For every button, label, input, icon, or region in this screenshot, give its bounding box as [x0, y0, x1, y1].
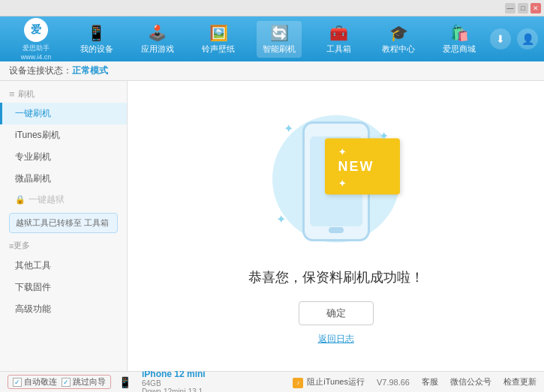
logo: 爱 爱思助手 www.i4.cn — [6, 18, 66, 61]
flash-section-icon: ≡ — [9, 88, 15, 100]
lock-icon: 🔒 — [15, 195, 26, 205]
check-update-link[interactable]: 检查更新 — [503, 376, 536, 388]
nav-item-my-device[interactable]: 📱 我的设备 — [74, 21, 119, 58]
ringtone-label: 铃声壁纸 — [202, 43, 235, 55]
device-icon: 📱 — [119, 376, 131, 388]
nav-item-app-games[interactable]: 🕹️ 应用游戏 — [135, 21, 180, 58]
nav-item-shop[interactable]: 🛍️ 爱思商城 — [437, 21, 482, 58]
customer-service-link[interactable]: 客服 — [422, 376, 438, 388]
auto-connect-check-icon: ✓ — [13, 378, 22, 387]
tutorial-icon: 🎓 — [389, 24, 408, 42]
wechat-public-link[interactable]: 微信公众号 — [450, 376, 491, 388]
bottom-bar: ✓ 自动敬连 ✓ 跳过向导 📱 iPhone 12 mini 64GB Down… — [0, 371, 544, 392]
nav-item-tutorial[interactable]: 🎓 教程中心 — [376, 21, 421, 58]
status-label: 设备连接状态： — [9, 64, 72, 77]
window-controls: — □ ✕ — [505, 3, 541, 13]
sidebar-item-repair-flash[interactable]: 微晶刷机 — [0, 168, 127, 190]
shop-label: 爱思商城 — [443, 43, 476, 55]
flash-section-label: 刷机 — [18, 88, 35, 100]
status-value: 正常模式 — [72, 64, 108, 77]
info-box: 越狱工具已转移至 工具箱 — [9, 213, 118, 233]
sidebar-item-other-tools[interactable]: 其他工具 — [0, 255, 127, 277]
smart-flash-label: 智能刷机 — [263, 43, 296, 55]
skip-wizard-label: 跳过向导 — [73, 376, 106, 388]
nav-bar: 爱 爱思助手 www.i4.cn 📱 我的设备 🕹️ 应用游戏 🖼️ 铃声壁纸 … — [0, 16, 544, 61]
one-click-flash-label: 一键刷机 — [15, 108, 51, 118]
bottom-right: ♪ 阻止iTunes运行 V7.98.66 客服 微信公众号 检查更新 — [293, 376, 536, 388]
shop-icon: 🛍️ — [450, 24, 469, 42]
sidebar-item-one-click-flash[interactable]: 一键刷机 — [0, 103, 127, 124]
content-area: NEW ✦ ✦ ✦ 恭喜您，保资料刷机成功啦！ 确定 返回日志 — [128, 81, 544, 371]
skip-wizard-check-icon: ✓ — [62, 378, 71, 387]
app-games-icon: 🕹️ — [148, 24, 167, 42]
ringtone-icon: 🖼️ — [209, 24, 228, 42]
my-device-label: 我的设备 — [80, 43, 113, 55]
sidebar-item-itunes-flash[interactable]: iTunes刷机 — [0, 124, 127, 146]
skip-wizard-checkbox[interactable]: ✓ 跳过向导 — [62, 376, 106, 388]
logo-icon: 爱 — [24, 18, 48, 42]
itunes-flash-label: iTunes刷机 — [15, 130, 60, 140]
nav-item-toolbox[interactable]: 🧰 工具箱 — [318, 21, 360, 58]
sidebar-item-pro-flash[interactable]: 专业刷机 — [0, 146, 127, 168]
auto-connect-label: 自动敬连 — [24, 376, 57, 388]
toolbox-label: 工具箱 — [326, 43, 351, 55]
app-games-label: 应用游戏 — [141, 43, 174, 55]
smart-flash-icon: 🔄 — [270, 24, 289, 42]
phone-home-button — [329, 227, 344, 233]
more-section-label: 更多 — [14, 240, 30, 251]
logo-subtext: www.i4.cn — [21, 53, 52, 61]
nav-right: ⬇ 👤 — [490, 28, 538, 49]
new-banner: NEW — [325, 139, 400, 195]
success-illustration: NEW ✦ ✦ ✦ — [261, 106, 411, 256]
itunes-icon: ♪ — [293, 378, 303, 388]
download-button[interactable]: ⬇ — [490, 28, 511, 49]
return-link[interactable]: 返回日志 — [318, 333, 354, 346]
tutorial-label: 教程中心 — [382, 43, 415, 55]
sidebar-item-advanced[interactable]: 高级功能 — [0, 298, 127, 320]
checkbox-area: ✓ 自动敬连 ✓ 跳过向导 — [8, 375, 111, 389]
confirm-button[interactable]: 确定 — [299, 301, 374, 325]
version-text: V7.98.66 — [377, 378, 410, 387]
maximize-button[interactable]: □ — [518, 3, 528, 13]
device-model: Down-12mini-13,1 — [142, 388, 206, 393]
sparkle-3: ✦ — [276, 212, 286, 226]
nav-items: 📱 我的设备 🕹️ 应用游戏 🖼️ 铃声壁纸 🔄 智能刷机 🧰 工具箱 🎓 教程… — [66, 21, 490, 58]
logo-text: 爱思助手 — [23, 43, 50, 53]
repair-flash-label: 微晶刷机 — [15, 173, 51, 184]
device-storage: 64GB — [142, 379, 206, 388]
my-device-icon: 📱 — [87, 24, 106, 42]
download-firmware-label: 下载固件 — [15, 282, 51, 292]
jailbreak-label: 一键越狱 — [29, 193, 65, 206]
sidebar-item-jailbreak-disabled: 🔒 一键越狱 — [0, 190, 127, 210]
toolbox-icon: 🧰 — [329, 24, 348, 42]
main-area: ≡ 刷机 一键刷机 iTunes刷机 专业刷机 微晶刷机 🔒 一键越狱 越狱工具… — [0, 81, 544, 371]
close-button[interactable]: ✕ — [530, 3, 541, 13]
status-bar: 设备连接状态： 正常模式 — [0, 61, 544, 81]
device-info: iPhone 12 mini 64GB Down-12mini-13,1 — [142, 369, 206, 393]
itunes-status-text: 阻止iTunes运行 — [307, 377, 365, 386]
sidebar-item-download-firmware[interactable]: 下载固件 — [0, 277, 127, 298]
sparkle-2: ✦ — [379, 129, 389, 143]
itunes-status: ♪ 阻止iTunes运行 — [293, 376, 365, 388]
sidebar: ≡ 刷机 一键刷机 iTunes刷机 专业刷机 微晶刷机 🔒 一键越狱 越狱工具… — [0, 81, 128, 371]
nav-item-ringtone[interactable]: 🖼️ 铃声壁纸 — [196, 21, 241, 58]
user-button[interactable]: 👤 — [517, 28, 538, 49]
pro-flash-label: 专业刷机 — [15, 151, 51, 162]
flash-section-title: ≡ 刷机 — [0, 85, 127, 103]
nav-item-smart-flash[interactable]: 🔄 智能刷机 — [257, 21, 302, 58]
success-text: 恭喜您，保资料刷机成功啦！ — [248, 268, 424, 286]
minimize-button[interactable]: — — [505, 3, 515, 13]
other-tools-label: 其他工具 — [15, 260, 51, 271]
auto-connect-checkbox[interactable]: ✓ 自动敬连 — [13, 376, 57, 388]
title-bar: — □ ✕ — [0, 0, 544, 16]
more-section-title: ≡ 更多 — [0, 236, 127, 255]
info-box-text: 越狱工具已转移至 工具箱 — [16, 218, 109, 227]
sparkle-1: ✦ — [284, 121, 293, 136]
advanced-label: 高级功能 — [15, 304, 51, 314]
